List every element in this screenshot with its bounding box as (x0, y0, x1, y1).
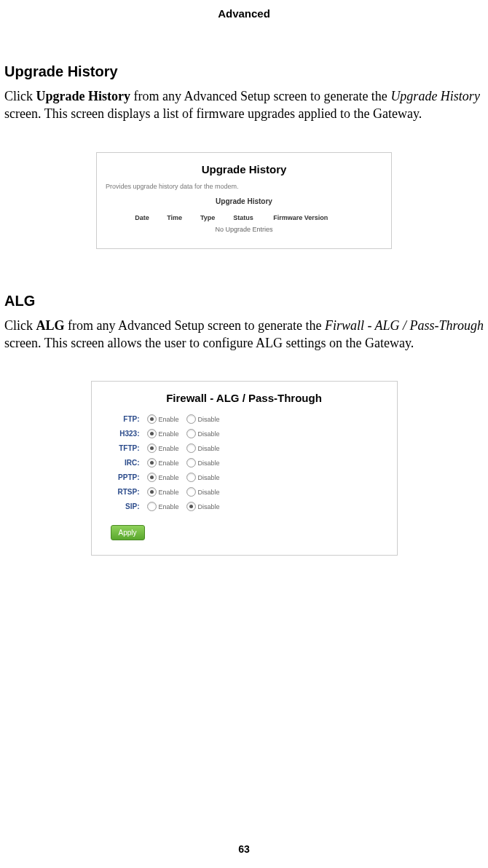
radio-enable[interactable] (147, 443, 157, 453)
label-tftp: TFTP: (111, 444, 140, 452)
screenshot-upgrade-history: Upgrade History Provides upgrade history… (96, 152, 392, 249)
text: from any Advanced Setup screen to genera… (130, 89, 390, 103)
chapter-header: Advanced (0, 7, 488, 20)
radio-label-enable: Enable (159, 503, 179, 510)
panel-title: Firewall - ALG / Pass-Through (101, 392, 388, 404)
col-time: Time (162, 213, 196, 223)
radio-disable[interactable] (186, 443, 196, 453)
radio-label-disable: Disable (198, 430, 220, 438)
radio-label-disable: Disable (198, 474, 220, 481)
upgrade-history-table: Date Time Type Status Firmware Version N… (130, 213, 358, 234)
table-header-row: Date Time Type Status Firmware Version (130, 213, 358, 223)
radio-label-disable: Disable (198, 503, 220, 510)
table-row: No Upgrade Entries (130, 223, 358, 234)
screenshot-firewall-alg: Firewall - ALG / Pass-Through FTP: Enabl… (91, 381, 398, 556)
radio-disable[interactable] (186, 487, 196, 497)
radio-label-enable: Enable (159, 459, 179, 467)
panel-subtitle: Upgrade History (106, 197, 382, 205)
page-number: 63 (0, 843, 488, 855)
text: from any Advanced Setup screen to genera… (65, 318, 325, 333)
paragraph-alg: Click ALG from any Advanced Setup screen… (4, 317, 484, 352)
alg-form: FTP: Enable Disable H323: Enable Disable… (111, 414, 388, 511)
alg-row-sip: SIP: Enable Disable (111, 502, 388, 511)
empty-message: No Upgrade Entries (130, 223, 358, 234)
radio-disable[interactable] (186, 502, 196, 511)
heading-upgrade-history: Upgrade History (4, 63, 484, 80)
text: screen. This screen allows the user to c… (4, 336, 414, 350)
radio-disable[interactable] (186, 458, 196, 467)
label-sip: SIP: (111, 502, 140, 510)
text-italic: Upgrade History (390, 89, 480, 103)
paragraph-upgrade-history: Click Upgrade History from any Advanced … (4, 87, 484, 123)
col-status: Status (229, 213, 269, 223)
section-upgrade-history: Upgrade History Click Upgrade History fr… (4, 63, 484, 123)
section-alg: ALG Click ALG from any Advanced Setup sc… (4, 293, 484, 352)
col-type: Type (196, 213, 229, 223)
alg-row-rtsp: RTSP: Enable Disable (111, 487, 388, 497)
text-bold: ALG (36, 318, 65, 333)
text: Click (4, 89, 36, 103)
radio-disable[interactable] (186, 429, 196, 438)
alg-row-irc: IRC: Enable Disable (111, 458, 388, 467)
text-italic: Firwall - ALG / Pass-Through (325, 318, 484, 333)
apply-button[interactable]: Apply (111, 525, 145, 540)
label-irc: IRC: (111, 459, 140, 467)
radio-label-enable: Enable (159, 416, 179, 423)
radio-label-enable: Enable (159, 430, 179, 438)
label-h323: H323: (111, 430, 140, 438)
label-ftp: FTP: (111, 415, 140, 423)
radio-disable[interactable] (186, 473, 196, 482)
panel-title: Upgrade History (106, 163, 382, 175)
alg-row-tftp: TFTP: Enable Disable (111, 443, 388, 453)
radio-disable[interactable] (186, 414, 196, 424)
heading-alg: ALG (4, 293, 484, 309)
panel-description: Provides upgrade history data for the mo… (106, 183, 382, 190)
alg-row-h323: H323: Enable Disable (111, 429, 388, 438)
radio-enable[interactable] (147, 458, 157, 467)
radio-label-disable: Disable (198, 445, 220, 452)
radio-enable[interactable] (147, 487, 157, 497)
radio-label-enable: Enable (159, 445, 179, 452)
alg-row-pptp: PPTP: Enable Disable (111, 473, 388, 482)
radio-label-disable: Disable (198, 416, 220, 423)
radio-enable[interactable] (147, 414, 157, 424)
radio-label-disable: Disable (198, 489, 220, 496)
radio-enable[interactable] (147, 429, 157, 438)
col-firmware-version: Firmware Version (269, 213, 358, 223)
radio-label-enable: Enable (159, 474, 179, 481)
text-bold: Upgrade History (36, 89, 131, 103)
radio-enable[interactable] (147, 473, 157, 482)
label-rtsp: RTSP: (111, 488, 140, 496)
text: screen. This screen displays a list of f… (4, 106, 422, 121)
radio-enable[interactable] (147, 502, 157, 511)
alg-row-ftp: FTP: Enable Disable (111, 414, 388, 424)
text: Click (4, 318, 36, 333)
label-pptp: PPTP: (111, 473, 140, 481)
col-date: Date (130, 213, 162, 223)
radio-label-enable: Enable (159, 489, 179, 496)
radio-label-disable: Disable (198, 459, 220, 467)
